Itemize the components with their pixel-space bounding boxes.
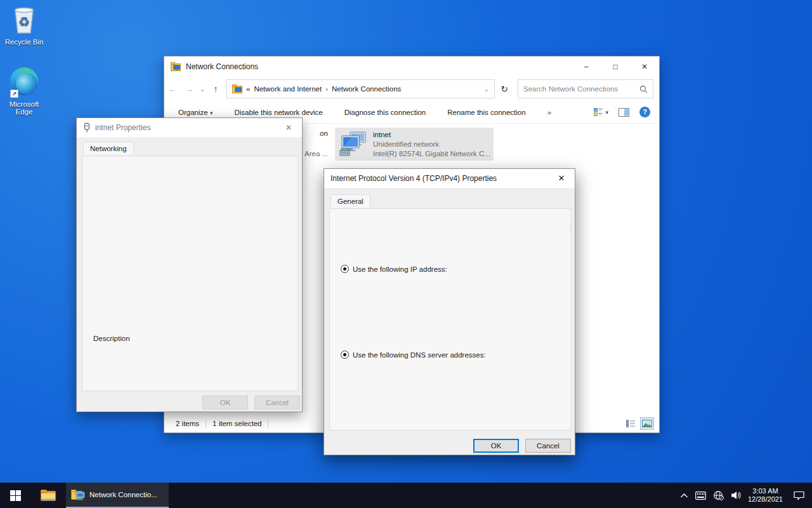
maximize-button[interactable]: □ <box>601 57 630 77</box>
dialog-title: intnet Properties <box>95 123 150 132</box>
radio-on-icon[interactable] <box>341 265 349 273</box>
desktop-icon-label: Recycle Bin <box>0 38 48 46</box>
speaker-icon <box>731 491 741 500</box>
action-center-button[interactable] <box>794 491 804 500</box>
breadcrumb-dropdown-icon[interactable]: ⌄ <box>484 86 489 93</box>
minimize-button[interactable]: – <box>572 57 601 77</box>
radio-on-icon[interactable] <box>341 351 349 359</box>
desktop-icon-label: Microsoft Edge <box>4 100 44 116</box>
svg-text:♻: ♻ <box>18 15 30 29</box>
radio-use-ip[interactable]: Use the following IP address: <box>341 265 451 273</box>
thumbnail-view-icon <box>642 420 652 427</box>
search-input[interactable] <box>518 85 639 93</box>
ipv4-properties-dialog: Internet Protocol Version 4 (TCP/IPv4) P… <box>324 168 575 455</box>
file-explorer-icon <box>41 490 56 502</box>
item-device: Intel(R) 82574L Gigabit Network C... <box>373 149 490 159</box>
up-button[interactable]: ↑ <box>207 84 224 94</box>
network-connections-app-icon <box>171 62 181 72</box>
breadcrumb-item[interactable]: Network Connections <box>332 85 401 93</box>
breadcrumb-location-icon <box>232 84 242 94</box>
globe-no-internet-icon <box>713 490 724 500</box>
partially-hidden-item-text: on <box>320 130 328 137</box>
ok-button[interactable]: OK <box>202 396 248 410</box>
history-dropdown-icon[interactable]: ⌄ <box>197 86 207 93</box>
item-name: intnet <box>373 130 490 140</box>
networking-tab-page <box>82 156 298 391</box>
network-item-intnet[interactable]: intnet Unidentified network Intel(R) 825… <box>335 128 494 161</box>
preview-pane-icon <box>619 108 629 117</box>
cancel-button[interactable]: Cancel <box>254 396 300 410</box>
intnet-properties-dialog: intnet Properties ✕ Networking Connect u… <box>76 117 303 412</box>
thumbnail-view-toggle[interactable] <box>640 417 654 430</box>
breadcrumb-collapse-icon[interactable]: « <box>246 85 250 93</box>
chevron-up-icon <box>680 493 688 498</box>
title-bar[interactable]: Network Connections – □ ✕ <box>164 57 659 77</box>
close-button[interactable]: ✕ <box>630 57 659 77</box>
clock-time: 3:03 AM <box>748 487 783 495</box>
tab-networking[interactable]: Networking <box>83 142 134 155</box>
item-status: Unidentified network <box>373 140 490 149</box>
network-connections-taskbar-button[interactable]: Network Connectio... <box>66 483 169 508</box>
desktop-icon-recycle-bin[interactable]: ♻ Recycle Bin <box>0 5 48 46</box>
taskbar-button-label: Network Connectio... <box>89 491 157 498</box>
start-button[interactable] <box>0 483 30 508</box>
shortcut-arrow-icon: ↗ <box>10 90 18 98</box>
touch-keyboard-button[interactable] <box>695 491 706 500</box>
cancel-button[interactable]: Cancel <box>525 439 571 453</box>
taskbar-clock[interactable]: 3:03 AM 12/28/2021 <box>748 487 783 504</box>
desktop-icon-edge[interactable]: ↗ Microsoft Edge <box>0 66 48 116</box>
close-button[interactable]: ✕ <box>275 118 302 137</box>
search-box[interactable] <box>518 79 653 98</box>
radio-use-dns[interactable]: Use the following DNS server addresses: <box>341 351 490 359</box>
windows-logo-icon <box>10 490 21 501</box>
rename-command[interactable]: Rename this connection <box>447 109 525 116</box>
recycle-bin-icon: ♻ <box>9 5 39 36</box>
address-bar: ← → ⌄ ↑ « Network and Internet › Network… <box>164 77 659 101</box>
diagnose-command[interactable]: Diagnose this connection <box>344 109 426 116</box>
taskbar: Network Connectio... <box>0 483 812 508</box>
dialog-title-bar[interactable]: intnet Properties ✕ <box>77 118 302 137</box>
preview-pane-button[interactable] <box>619 108 629 117</box>
clock-date: 12/28/2021 <box>748 495 783 504</box>
breadcrumb-item[interactable]: Network and Internet <box>254 85 322 93</box>
breadcrumb-separator-icon: › <box>325 85 328 93</box>
general-tab-page <box>329 208 571 431</box>
file-explorer-taskbar-button[interactable] <box>36 483 61 508</box>
breadcrumb[interactable]: « Network and Internet › Network Connect… <box>226 79 495 98</box>
search-icon <box>639 85 648 93</box>
selection-count: 1 item selected <box>213 420 261 427</box>
touch-keyboard-icon <box>695 491 706 500</box>
tab-general[interactable]: General <box>331 194 370 208</box>
refresh-button[interactable]: ↻ <box>495 84 514 94</box>
help-button[interactable]: ? <box>639 107 650 117</box>
back-button[interactable]: ← <box>164 84 181 94</box>
toolbar-overflow-icon[interactable]: » <box>547 109 551 116</box>
disable-device-command[interactable]: Disable this network device <box>234 109 322 116</box>
list-view-icon <box>626 420 636 427</box>
organize-menu[interactable]: Organize ▾ <box>178 109 213 116</box>
change-view-button[interactable]: ▾ <box>594 108 608 116</box>
view-tiles-icon <box>594 108 603 116</box>
tray-expand-button[interactable] <box>680 493 688 498</box>
ethernet-plug-icon <box>83 123 91 133</box>
details-view-toggle[interactable] <box>624 417 638 430</box>
close-button[interactable]: ✕ <box>548 169 575 188</box>
network-adapter-icon <box>339 131 368 157</box>
organize-caret-icon: ▾ <box>210 110 213 116</box>
ok-button[interactable]: OK <box>473 439 519 453</box>
edge-icon: ↗ <box>9 67 39 98</box>
description-label: Description <box>93 335 134 342</box>
item-count: 2 items <box>176 420 199 427</box>
action-center-icon <box>794 491 804 500</box>
network-connections-app-icon <box>71 489 85 500</box>
view-caret-icon: ▾ <box>605 109 608 116</box>
window-title: Network Connections <box>186 62 258 71</box>
volume-icon[interactable] <box>731 491 741 500</box>
network-status-icon[interactable] <box>713 490 724 500</box>
forward-button[interactable]: → <box>181 84 197 94</box>
partially-hidden-item-text: Area ... <box>304 150 328 157</box>
dialog-title: Internet Protocol Version 4 (TCP/IPv4) P… <box>331 174 497 183</box>
dialog-title-bar[interactable]: Internet Protocol Version 4 (TCP/IPv4) P… <box>324 169 575 188</box>
